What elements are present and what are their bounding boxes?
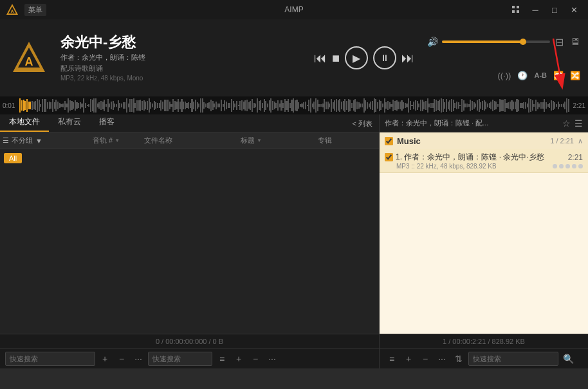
right-more-button[interactable]: ··· — [435, 352, 449, 366]
col-header-title[interactable]: 标题 ▼ — [241, 136, 318, 145]
app-logo: A — [5, 3, 19, 17]
track-info: 余光中-乡愁 作者：余光中，朗诵：陈铿 配乐诗歌朗诵 MP3, 22 kHz, … — [58, 19, 308, 96]
right-panel-header: 作者：余光中，朗诵：陈铿 · 配... ☆ ☰ — [380, 114, 588, 132]
surround-button[interactable]: ((·)) — [497, 69, 513, 82]
playlist-collapse-icon[interactable]: ∧ — [578, 137, 583, 145]
playlist-title-text: Music — [397, 136, 421, 146]
hamburger-icon: ☰ — [3, 136, 9, 145]
right-sort-button[interactable]: ≡ — [385, 352, 399, 366]
right-updown-button[interactable]: ⇅ — [452, 352, 466, 366]
playlist-item-duration: 2:21 — [568, 153, 583, 162]
col-header-filename[interactable]: 文件名称 — [144, 136, 241, 145]
right-panel: 作者：余光中，朗诵：陈铿 · 配... ☆ ☰ Music 1 / 2:21 ∧… — [380, 114, 588, 348]
track-title: 余光中-乡愁 — [60, 34, 305, 51]
volume-fill — [442, 41, 523, 43]
sort-icon-title: ▼ — [257, 138, 262, 143]
player-aimp-logo: A — [10, 39, 48, 77]
shuffle-button[interactable]: 🔀 — [569, 69, 582, 82]
left-more2-button[interactable]: ··· — [265, 352, 279, 366]
left-search-input[interactable] — [5, 352, 95, 366]
right-search-input[interactable] — [468, 352, 558, 366]
menu-dots-icon[interactable]: ☰ — [574, 118, 583, 129]
volume-slider[interactable] — [442, 41, 550, 43]
playlist-header: Music 1 / 2:21 ∧ — [380, 132, 588, 149]
play-button[interactable]: ▶ — [345, 46, 368, 69]
time-button[interactable]: 🕐 — [516, 69, 529, 82]
stop-button[interactable]: ■ — [332, 51, 340, 66]
playback-controls: ⏮ ■ ▶ ⏸ ⏭ — [308, 19, 421, 96]
monitor-button[interactable]: 🖥 — [569, 35, 582, 49]
right-controls: 🔊 ⊟ 🖥 ((·)) 🕐 A-B 🔁 🔀 — [421, 19, 588, 96]
next-button[interactable]: ⏭ — [401, 51, 414, 66]
col-album-label: 专辑 — [318, 136, 332, 145]
tab-podcast[interactable]: 播客 — [90, 113, 124, 132]
rating-dot-4 — [572, 164, 576, 168]
all-filter-tag[interactable]: All — [4, 153, 22, 163]
track-format: MP3, 22 kHz, 48 kbps, Mono — [60, 75, 305, 82]
playlist-item-top: 1. 作者：余光中，朗诵：陈铿 · 余光中·乡愁 2:21 — [385, 152, 583, 163]
col-header-album[interactable]: 专辑 — [318, 136, 376, 145]
right-remove-button[interactable]: − — [418, 352, 432, 366]
table-header: ☰ 不分组 ▼ 音轨 # ▼ 文件名称 标题 ▼ 专辑 — [0, 132, 379, 149]
minimize-button[interactable]: ─ — [526, 3, 544, 16]
track-description: 配乐诗歌朗诵 — [60, 64, 305, 73]
left-remove-button[interactable]: − — [115, 352, 129, 366]
left-more-button[interactable]: ··· — [131, 352, 145, 366]
app-title: AIMP — [284, 5, 303, 14]
menu-button[interactable]: 菜单 — [24, 4, 46, 16]
playlist-checkbox[interactable] — [385, 137, 393, 145]
left-quick-search-input[interactable] — [148, 352, 212, 366]
seekbar-time-end: 2:21 — [573, 102, 585, 109]
grid-view-button[interactable] — [507, 3, 525, 16]
left-panel: 本地文件 私有云 播客 < 列表 ☰ 不分组 ▼ 音轨 # ▼ 文件名称 标题 … — [0, 114, 380, 348]
title-bar-left: A 菜单 — [5, 3, 46, 17]
playlist-item-details: MP3 :: 22 kHz, 48 kbps, 828.92 KB — [385, 163, 583, 170]
left-add2-button[interactable]: + — [232, 352, 246, 366]
playback-buttons: ⏮ ■ ▶ ⏸ ⏭ — [314, 46, 414, 69]
right-bottom-toolbar: ≡ + − ··· ⇅ 🔍 — [380, 348, 588, 368]
favorite-button[interactable]: ☆ — [562, 118, 571, 129]
rating-dot-5 — [578, 164, 583, 168]
volume-icon: 🔊 — [427, 37, 438, 47]
seekbar[interactable]: 0:01 2:21 — [0, 96, 588, 114]
title-bar-controls: ─ □ ✕ — [507, 3, 583, 16]
player-logo-area: A — [0, 19, 58, 96]
rating-dot-3 — [565, 164, 570, 168]
left-sort-button[interactable]: ≡ — [215, 352, 229, 366]
left-add-button[interactable]: + — [98, 352, 112, 366]
group-selector[interactable]: ☰ 不分组 ▼ — [3, 136, 93, 145]
svg-text:A: A — [25, 55, 33, 68]
right-add-button[interactable]: + — [401, 352, 416, 366]
previous-button[interactable]: ⏮ — [314, 51, 327, 66]
player: A 余光中-乡愁 作者：余光中，朗诵：陈铿 配乐诗歌朗诵 MP3, 22 kHz… — [0, 19, 588, 96]
repeat-button[interactable]: 🔁 — [552, 69, 565, 82]
left-remove2-button[interactable]: − — [248, 352, 262, 366]
main-content: 本地文件 私有云 播客 < 列表 ☰ 不分组 ▼ 音轨 # ▼ 文件名称 标题 … — [0, 114, 588, 348]
restore-button[interactable]: □ — [546, 3, 564, 16]
playlist-count: 1 / 2:21 ∧ — [550, 137, 583, 145]
volume-thumb — [520, 39, 526, 45]
pause-button[interactable]: ⏸ — [373, 46, 396, 69]
chevron-down-icon: ▼ — [35, 137, 42, 145]
ab-repeat-button[interactable]: A-B — [533, 70, 548, 80]
right-header-title: 作者：余光中，朗诵：陈铿 · 配... — [385, 118, 558, 128]
close-button[interactable]: ✕ — [565, 3, 583, 16]
col-title-label: 标题 — [241, 136, 255, 145]
waveform — [19, 96, 569, 114]
table-body: All — [0, 149, 379, 334]
title-bar: A 菜单 AIMP ─ □ ✕ — [0, 0, 588, 19]
playlist-body: 1. 作者：余光中，朗诵：陈铿 · 余光中·乡愁 2:21 MP3 :: 22 … — [380, 149, 588, 334]
tab-local-files[interactable]: 本地文件 — [0, 113, 49, 132]
left-status-bar: 0 / 00:00:00:000 / 0 B — [0, 334, 379, 348]
playlist-item-checkbox[interactable] — [385, 153, 393, 161]
col-track-label: 音轨 # — [93, 136, 113, 145]
col-header-track[interactable]: 音轨 # ▼ — [93, 136, 144, 145]
tab-private-cloud[interactable]: 私有云 — [49, 113, 90, 132]
list-toggle-button[interactable]: < 列表 — [346, 116, 379, 132]
group-label: 不分组 — [12, 136, 33, 145]
right-search-button[interactable]: 🔍 — [561, 352, 575, 366]
rating-dot-2 — [559, 164, 564, 168]
list-item[interactable]: 1. 作者：余光中，朗诵：陈铿 · 余光中·乡愁 2:21 MP3 :: 22 … — [380, 149, 588, 173]
grid-icon — [512, 6, 520, 14]
equalizer-button[interactable]: ⊟ — [554, 35, 565, 50]
